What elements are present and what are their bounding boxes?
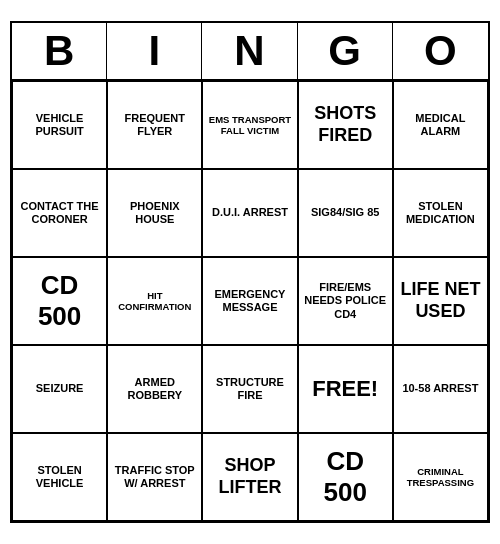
bingo-cell-18: FREE! (298, 345, 393, 433)
bingo-cell-0: VEHICLE PURSUIT (12, 81, 107, 169)
bingo-cell-24: CRIMINAL TRESPASSING (393, 433, 488, 521)
bingo-cell-16: ARMED ROBBERY (107, 345, 202, 433)
header-letter-b: B (12, 23, 107, 79)
bingo-cell-20: STOLEN VEHICLE (12, 433, 107, 521)
bingo-cell-8: SIG84/SIG 85 (298, 169, 393, 257)
bingo-cell-12: EMERGENCY MESSAGE (202, 257, 297, 345)
bingo-cell-15: SEIZURE (12, 345, 107, 433)
header-letter-i: I (107, 23, 202, 79)
bingo-cell-22: SHOP LIFTER (202, 433, 297, 521)
bingo-cell-1: FREQUENT FLYER (107, 81, 202, 169)
bingo-cell-19: 10-58 ARREST (393, 345, 488, 433)
bingo-cell-3: SHOTS FIRED (298, 81, 393, 169)
bingo-card: BINGO VEHICLE PURSUITFREQUENT FLYEREMS T… (10, 21, 490, 523)
bingo-cell-14: LIFE NET USED (393, 257, 488, 345)
bingo-cell-13: FIRE/EMS NEEDS POLICE CD4 (298, 257, 393, 345)
bingo-cell-2: EMS TRANSPORT FALL VICTIM (202, 81, 297, 169)
header-letter-o: O (393, 23, 488, 79)
bingo-cell-7: D.U.I. ARREST (202, 169, 297, 257)
bingo-header: BINGO (12, 23, 488, 81)
bingo-cell-21: TRAFFIC STOP W/ ARREST (107, 433, 202, 521)
bingo-cell-17: STRUCTURE FIRE (202, 345, 297, 433)
bingo-cell-11: HIT CONFIRMATION (107, 257, 202, 345)
bingo-cell-23: CD 500 (298, 433, 393, 521)
header-letter-g: G (298, 23, 393, 79)
bingo-cell-6: PHOENIX HOUSE (107, 169, 202, 257)
bingo-grid: VEHICLE PURSUITFREQUENT FLYEREMS TRANSPO… (12, 81, 488, 521)
bingo-cell-9: STOLEN MEDICATION (393, 169, 488, 257)
bingo-cell-10: CD 500 (12, 257, 107, 345)
bingo-cell-5: CONTACT THE CORONER (12, 169, 107, 257)
header-letter-n: N (202, 23, 297, 79)
bingo-cell-4: MEDICAL ALARM (393, 81, 488, 169)
